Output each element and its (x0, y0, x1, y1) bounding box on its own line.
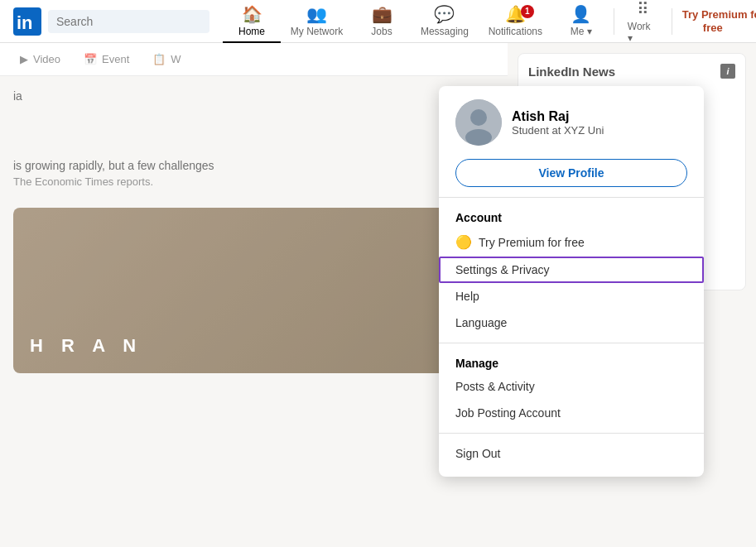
sign-out-label: Sign Out (455, 447, 500, 460)
nav-item-notifications[interactable]: 🔔 1 Notifications (479, 0, 552, 43)
messaging-icon: 💬 (434, 4, 455, 24)
dropdown-divider-1 (439, 197, 704, 198)
avatar (455, 99, 502, 146)
me-dropdown-menu: Atish Raj Student at XYZ Uni View Profil… (439, 86, 704, 477)
avatar-svg (455, 99, 502, 146)
svg-point-4 (465, 129, 492, 146)
try-premium-line2: free (703, 22, 723, 34)
nav-label-notifications: Notifications (489, 26, 542, 37)
nav-items: 🏠 Home 👥 My Network 💼 Jobs 💬 Messaging 🔔… (223, 0, 750, 43)
profile-name: Atish Raj (512, 109, 604, 124)
svg-point-3 (470, 109, 487, 126)
nav-try-premium[interactable]: Try Premium for free (676, 8, 750, 34)
nav-item-jobs[interactable]: 💼 Jobs (353, 0, 411, 43)
profile-subtitle: Student at XYZ Uni (512, 124, 604, 137)
nav-item-my-network[interactable]: 👥 My Network (281, 0, 353, 43)
jobs-icon: 💼 (372, 4, 392, 24)
notifications-badge: 1 (521, 5, 534, 18)
job-posting-label: Job Posting Account (455, 406, 561, 420)
nav-label-messaging: Messaging (421, 26, 469, 37)
help-item[interactable]: Help (439, 283, 704, 309)
premium-gem-icon: 🟡 (455, 234, 472, 250)
nav-item-home[interactable]: 🏠 Home (223, 0, 281, 43)
try-premium-line1: Try Premium for (682, 8, 756, 21)
nav-label-my-network: My Network (291, 26, 343, 37)
posts-activity-label: Posts & Activity (455, 380, 535, 393)
nav-divider-2 (672, 8, 672, 35)
settings-privacy-item[interactable]: Settings & Privacy (439, 257, 704, 283)
nav-label-me: Me ▾ (571, 26, 592, 37)
nav-divider-1 (614, 8, 614, 35)
nav-item-me[interactable]: 👤 Me ▾ (552, 0, 610, 43)
main-content: ▶ Video 📅 Event 📋 W ia is growing rapidl… (0, 43, 756, 547)
dropdown-divider-2 (439, 343, 704, 343)
nav-item-work[interactable]: ⠿ Work ▾ (618, 0, 668, 43)
nav-label-home: Home (238, 26, 265, 37)
posts-activity-item[interactable]: Posts & Activity (439, 373, 704, 400)
svg-text:in: in (17, 12, 33, 33)
nav-item-messaging[interactable]: 💬 Messaging (411, 0, 479, 43)
work-grid-icon: ⠿ (637, 0, 649, 19)
manage-section-title: Manage (439, 350, 704, 373)
try-premium-label: Try Premium for free (479, 236, 585, 249)
home-icon: 🏠 (242, 4, 262, 24)
view-profile-button[interactable]: View Profile (455, 159, 687, 187)
nav-label-work: Work ▾ (628, 21, 658, 44)
account-section-title: Account (439, 204, 704, 228)
dropdown-divider-3 (439, 433, 704, 434)
help-label: Help (455, 290, 479, 303)
job-posting-item[interactable]: Job Posting Account (439, 400, 704, 426)
language-label: Language (455, 316, 507, 329)
profile-info: Atish Raj Student at XYZ Uni (512, 109, 604, 137)
try-premium-item[interactable]: 🟡 Try Premium for free (439, 228, 704, 257)
nav-label-jobs: Jobs (371, 26, 392, 37)
settings-privacy-label: Settings & Privacy (455, 263, 550, 276)
sign-out-item[interactable]: Sign Out (439, 440, 704, 467)
my-network-icon: 👥 (306, 4, 327, 24)
navbar: in 🏠 Home 👥 My Network 💼 Jobs 💬 Messagin… (0, 0, 756, 43)
linkedin-logo: in (13, 7, 41, 36)
search-input[interactable] (48, 10, 209, 33)
dropdown-profile-section: Atish Raj Student at XYZ Uni (439, 86, 704, 156)
me-icon: 👤 (571, 4, 591, 24)
language-item[interactable]: Language (439, 309, 704, 336)
